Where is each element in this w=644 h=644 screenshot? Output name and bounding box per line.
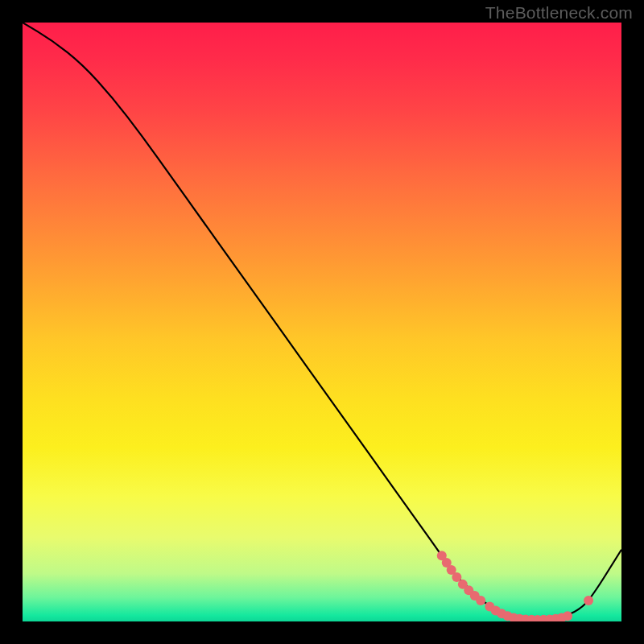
- data-point: [584, 596, 593, 605]
- data-points: [437, 551, 593, 621]
- data-point: [563, 611, 572, 621]
- chart-svg: [23, 23, 621, 621]
- curve-line: [23, 23, 621, 620]
- plot-area: [23, 23, 621, 621]
- watermark-text: TheBottleneck.com: [485, 3, 633, 23]
- data-point: [476, 596, 485, 605]
